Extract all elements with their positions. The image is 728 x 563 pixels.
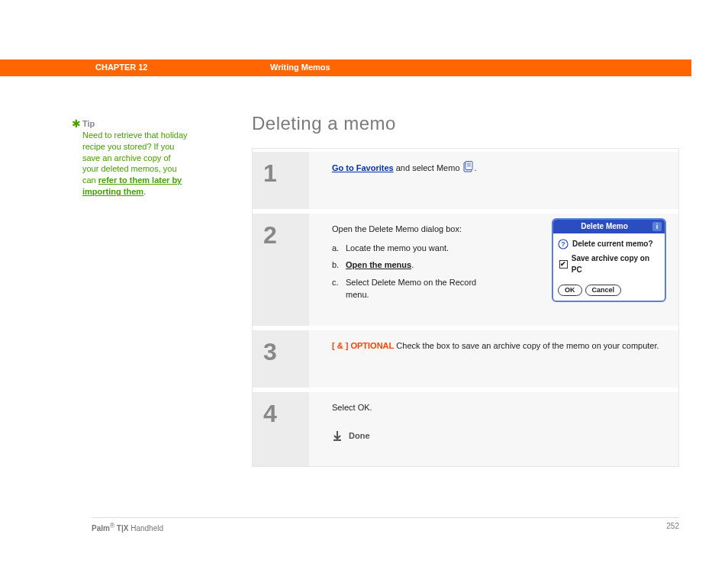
dialog-buttons: OK Cancel [553,282,665,301]
tip-box: ✱ Tip Need to retrieve that holiday reci… [82,118,189,198]
done-row: Done [332,429,666,442]
step-number: 3 [263,338,298,366]
sub-letter: a. [332,242,346,255]
checkbox-label: Save archive copy on PC [572,253,660,275]
sub-text: Locate the memo you want. [346,242,449,255]
step-row: 2 Open the Delete Memo dialog box: a.Loc… [253,209,678,326]
step4-body: Select OK. [332,401,666,414]
done-label: Done [349,429,370,442]
step3-body: Check the box to save an archive copy of… [394,341,659,350]
sub-item: b.Open the menus. [332,259,477,272]
step-number: 4 [263,400,298,428]
sub-text: Open the menus. [346,259,414,272]
step-num-cell: 2 [253,214,309,326]
step-number: 1 [263,159,298,188]
svg-rect-1 [465,162,472,170]
step-body: [ & ] OPTIONAL Check the box to save an … [309,330,678,388]
step-row: 3 [ & ] OPTIONAL Check the box to save a… [253,326,678,388]
done-arrow-icon [332,430,343,441]
page-title: Deleting a memo [252,113,679,134]
info-icon[interactable]: i [652,222,662,231]
dialog-titlebar: Delete Memo i [553,220,665,233]
step-num-cell: 4 [253,392,309,466]
section-label: Writing Memos [270,63,330,72]
sub-item: a.Locate the memo you want. [332,242,477,255]
dialog-checkbox-row: ✔ Save archive copy on PC [558,253,660,275]
step-number: 2 [263,221,298,249]
product-name: Palm® T|X Handheld [92,522,163,532]
step-body: Go to Favorites and select Memo . [309,152,678,209]
dialog-title-text: Delete Memo [581,220,628,232]
dialog-question-row: ? Delete current memo? [558,238,660,249]
step2-instructions: Open the Delete Memo dialog box: a.Locat… [332,223,477,301]
chapter-label: CHAPTER 12 [95,63,147,72]
memo-icon [462,161,475,173]
footer: Palm® T|X Handheld 252 [92,517,679,532]
tip-after: . [143,187,146,196]
tip-label: Tip [82,119,95,128]
sub-item: c.Select Delete Memo on the Record menu. [332,276,477,301]
step-num-cell: 3 [253,330,309,388]
sub-list: a.Locate the memo you want. b.Open the m… [332,242,477,301]
sub-text: Select Delete Memo on the Record menu. [346,276,477,301]
page-number: 252 [666,522,679,532]
step-row: 4 Select OK. Done [253,388,678,466]
optional-tag: [ & ] OPTIONAL [332,341,394,350]
delete-memo-dialog: Delete Memo i ? Delete current memo? ✔ S… [552,218,666,302]
sub-letter: b. [332,259,346,272]
dialog-question: Delete current memo? [572,238,653,249]
favorites-link[interactable]: Go to Favorites [332,163,394,172]
main-content: Deleting a memo 1 Go to Favorites and se… [252,113,679,467]
steps-container: 1 Go to Favorites and select Memo . 2 Op… [252,148,679,467]
step1-rest: and select Memo [394,163,462,172]
step-num-cell: 1 [253,152,309,209]
sub-letter: c. [332,276,346,301]
open-menus-link[interactable]: Open the menus [346,260,411,269]
question-icon: ? [558,239,569,249]
svg-text:?: ? [561,240,565,248]
step-body: Open the Delete Memo dialog box: a.Locat… [309,214,678,326]
cancel-button[interactable]: Cancel [585,285,622,296]
step1-period: . [475,163,477,172]
step2-intro: Open the Delete Memo dialog box: [332,223,477,236]
dialog-body: ? Delete current memo? ✔ Save archive co… [553,233,665,282]
ok-button[interactable]: OK [558,285,582,296]
archive-checkbox[interactable]: ✔ [559,260,568,269]
step-row: 1 Go to Favorites and select Memo . [253,149,678,209]
header-bar: CHAPTER 12 Writing Memos [0,60,691,76]
step-body: Select OK. Done [309,392,678,466]
tip-star-icon: ✱ [72,117,81,131]
